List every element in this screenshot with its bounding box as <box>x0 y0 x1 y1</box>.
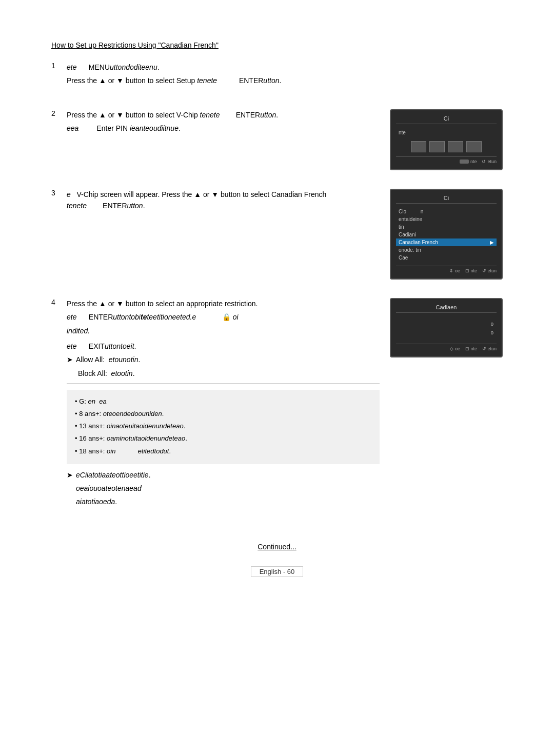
screen-3-footer-3: ↺ etun <box>482 268 497 273</box>
section-number-3: 3 <box>51 189 67 280</box>
screen3-row-1: Cio n <box>396 208 497 215</box>
note-line-3: aiatotiaoeda. <box>76 496 151 507</box>
arrow-1: ➤ <box>67 354 73 365</box>
pin-box-2 <box>429 141 445 152</box>
tv-screen-2: Ci nte nte ↺ etun <box>390 109 503 170</box>
block-all-text: Block All: etootin. <box>78 368 135 379</box>
footer-badge: English - 60 <box>251 566 304 577</box>
screen-2-footer: nte ↺ etun <box>396 156 497 164</box>
screen3-row-2: entaideine <box>396 215 497 223</box>
screen-4-footer: ◇ oe ⊡ nte ↺ etun <box>396 344 497 351</box>
allow-all-text: Allow All: etounotin. <box>76 354 140 365</box>
note-line-2: oeaiouoateotenaead <box>76 483 151 494</box>
section-1-content: ete MENUuttondoditeenu. Press the ▲ or ▼… <box>67 62 503 89</box>
screen3-row-4: Cadiani <box>396 231 497 238</box>
section-4-line-1: Press the ▲ or ▼ button to select an app… <box>67 298 380 309</box>
screen3-row-6: onode. tin <box>396 246 497 254</box>
section-number-4: 4 <box>51 298 67 306</box>
section-4: 4 Press the ▲ or ▼ button to select an a… <box>51 298 503 512</box>
screen-4-row-1: o <box>399 321 493 327</box>
screen-4-footer-1: ◇ oe <box>450 346 460 351</box>
pin-boxes <box>396 141 497 152</box>
continued-link: Continued... <box>51 543 503 551</box>
section-2-content: Press the ▲ or ▼ button to select V-Chip… <box>67 109 380 170</box>
section-4-line-2: ete ENTERuttontobiteteetitioneeted.e 🔒 o… <box>67 311 380 323</box>
section-3: 3 e V-Chip screen will appear. Press the… <box>51 189 503 280</box>
screen-3-title: Ci <box>396 195 497 204</box>
tv-screen-3: Ci Cio n entaideine tin Cadiani Canadian… <box>390 189 503 280</box>
section-4-content: Press the ▲ or ▼ button to select an app… <box>67 298 380 512</box>
note-line-1: eCiiatotiaateottioeetitie. <box>76 469 151 481</box>
note-item-4: 16 ans+: oaminotuitaoidenundeteao. <box>75 433 371 444</box>
block-all-item: Block All: etootin. <box>78 368 380 379</box>
section-1-line-1: ete MENUuttondoditeenu. <box>67 62 503 73</box>
screen-3-footer-2: ⊡ nte <box>465 268 477 273</box>
pin-box-1 <box>411 141 426 152</box>
screen-4-row-2: o <box>399 330 493 335</box>
section-4-line-4: ete EXITuttontoeit. <box>67 341 380 352</box>
footer-dot-1 <box>460 160 469 164</box>
screen-2-row1: nte <box>396 128 497 137</box>
screen-2-footer-1: nte <box>460 159 477 164</box>
pin-box-4 <box>466 141 482 152</box>
screen-3-footer-1: ⇕ oe <box>449 268 460 273</box>
section-1-line-2: Press the ▲ or ▼ button to select Setup … <box>67 75 503 86</box>
tv-screen-4: Cadiaen o o ◇ oe ⊡ nte ↺ etun <box>390 298 503 357</box>
page-title: How to Set up Restrictions Using "Canadi… <box>51 41 503 49</box>
note-arrow-text: eCiiatotiaateottioeetitie. oeaiouoateote… <box>76 469 151 510</box>
screen-4-footer-3: ↺ etun <box>482 346 497 351</box>
screen-2-footer-2: ↺ etun <box>482 159 497 164</box>
screen3-row-3: tin <box>396 223 497 231</box>
section-2: 2 Press the ▲ or ▼ button to select V-Ch… <box>51 109 503 170</box>
allow-all-item: ➤ Allow All: etounotin. <box>67 354 380 365</box>
screen-3-footer: ⇕ oe ⊡ nte ↺ etun <box>396 266 497 273</box>
section-3-content: e V-Chip screen will appear. Press the ▲… <box>67 189 380 280</box>
note-box: G: en ea 8 ans+: oteoendedoouniden. 13 a… <box>67 390 380 464</box>
arrow-2: ➤ <box>67 469 73 481</box>
section-2-line-2: eea Enter PIN ieanteoudiitnue. <box>67 123 380 134</box>
note-list: G: en ea 8 ans+: oteoendedoouniden. 13 a… <box>75 396 371 456</box>
note-arrow-item: ➤ eCiiatotiaateottioeetitie. oeaiouoateo… <box>67 469 380 510</box>
section-number-2: 2 <box>51 109 67 170</box>
pin-box-3 <box>448 141 463 152</box>
section-4-image: Cadiaen o o ◇ oe ⊡ nte ↺ etun <box>390 298 503 357</box>
screen3-row-5-canadian-french: Canadian French ▶ <box>396 238 497 246</box>
section-2-line-1: Press the ▲ or ▼ button to select V-Chip… <box>67 109 380 121</box>
section-2-image: Ci nte nte ↺ etun <box>390 109 503 170</box>
screen3-row-7: Cae <box>396 254 497 262</box>
screen-4-content: o o <box>396 317 497 340</box>
screen-2-footer-text-1: nte <box>470 159 477 164</box>
section-1: 1 ete MENUuttondoditeenu. Press the ▲ or… <box>51 62 503 89</box>
section-3-image: Ci Cio n entaideine tin Cadiani Canadian… <box>390 189 503 280</box>
section-number-1: 1 <box>51 62 67 89</box>
screen-4-footer-2: ⊡ nte <box>465 346 477 351</box>
note-item-5: 18 ans+: oin etitedtodut. <box>75 446 371 457</box>
screen-4-title: Cadiaen <box>396 304 497 313</box>
note-item-3: 13 ans+: oinaoteuitaoidenundeteao. <box>75 421 371 432</box>
note-item-2: 8 ans+: oteoendedoouniden. <box>75 408 371 420</box>
section-divider <box>67 383 380 384</box>
canadian-french-label: Canadian French <box>399 240 438 245</box>
screen-2-title: Ci <box>396 115 497 124</box>
note-item-1: G: en ea <box>75 396 371 407</box>
screen-2-footer-text-2: etun <box>487 159 497 164</box>
section-3-line-1: e V-Chip screen will appear. Press the ▲… <box>67 189 380 212</box>
page-footer: English - 60 <box>51 566 503 577</box>
arrow-right: ▶ <box>490 240 494 245</box>
section-4-line-3: indited. <box>67 325 380 336</box>
